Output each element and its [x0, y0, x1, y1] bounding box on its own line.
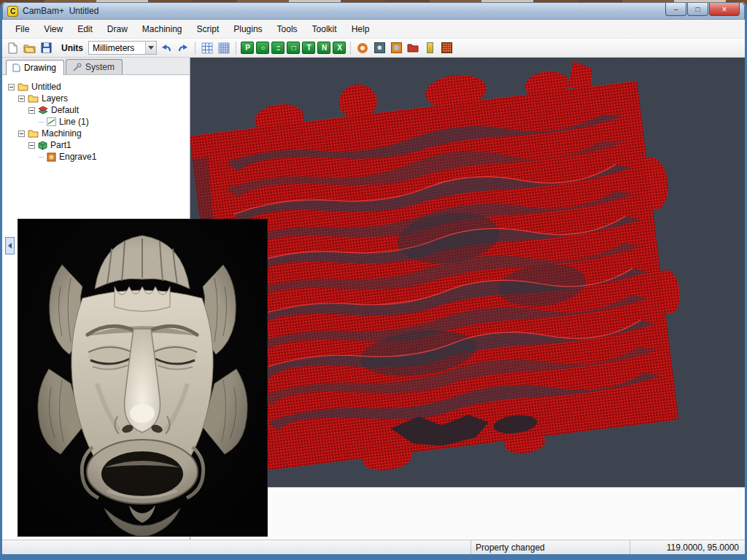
cambam-logo-icon: C	[7, 6, 18, 17]
heightmap-plugin-icon[interactable]	[355, 41, 370, 55]
folder-icon	[28, 129, 39, 138]
texture-plugin-icon[interactable]	[389, 41, 403, 55]
tree-connector	[39, 157, 44, 158]
grid-toggle-icon[interactable]	[200, 41, 214, 55]
tree-node-untitled[interactable]: Untitled	[8, 81, 188, 93]
expander-icon[interactable]	[18, 131, 25, 137]
tree-node-default-layer[interactable]: Default	[28, 104, 188, 116]
expander-icon[interactable]	[18, 96, 25, 102]
tree-node-line[interactable]: Line (1)	[39, 116, 188, 128]
page-icon	[12, 63, 20, 72]
units-label: Units	[61, 43, 83, 53]
library-plugin-icon[interactable]	[406, 41, 420, 55]
tree-node-machining[interactable]: Machining	[18, 128, 188, 139]
wrench-icon	[72, 63, 82, 71]
draw-rectangle-icon[interactable]: □	[287, 42, 300, 54]
titlebar[interactable]: C CamBam+ Untitled – □ ×	[2, 2, 745, 20]
snap-grid-icon[interactable]	[217, 41, 231, 55]
document-tree: Untitled Layers Default Line (1)	[2, 75, 190, 163]
redo-icon[interactable]	[176, 41, 190, 55]
toolbar-separator	[195, 42, 196, 55]
expander-icon[interactable]	[28, 142, 35, 149]
main-area: Drawing System Untitled Layers	[2, 58, 745, 540]
save-icon[interactable]	[39, 41, 53, 55]
collapse-arrow-icon	[8, 243, 12, 249]
toolbar-separator	[350, 42, 351, 55]
menu-view[interactable]: View	[36, 21, 70, 37]
undo-icon[interactable]	[159, 41, 174, 55]
draw-region-icon[interactable]: X	[333, 42, 346, 54]
menu-help[interactable]: Help	[344, 21, 377, 37]
statusbar: Property changed 119.0000, 95.0000	[2, 540, 745, 554]
sidebar-tabstrip: Drawing System	[2, 58, 190, 75]
viewport-lower-margin	[190, 487, 745, 540]
expander-icon[interactable]	[8, 84, 15, 90]
maximize-button[interactable]: □	[687, 3, 708, 16]
tree-connector	[39, 122, 44, 122]
minimize-button[interactable]: –	[665, 3, 686, 16]
statusbar-message: Property changed	[471, 540, 630, 554]
new-file-icon[interactable]	[5, 41, 20, 55]
folder-icon	[18, 82, 28, 91]
draw-surface-icon[interactable]: N	[317, 42, 330, 54]
folder-icon	[28, 94, 39, 103]
polyline-object-icon	[47, 117, 56, 126]
menu-file[interactable]: File	[8, 21, 36, 37]
tab-drawing[interactable]: Drawing	[6, 60, 64, 75]
panel-collapse-button[interactable]	[5, 237, 15, 254]
tab-system-label: System	[85, 62, 115, 72]
draw-circle-icon[interactable]: ○	[256, 42, 269, 54]
draw-polyline-icon[interactable]: P	[241, 42, 254, 54]
toolbar-separator	[236, 42, 236, 55]
menu-draw[interactable]: Draw	[100, 21, 135, 37]
engrave-op-icon	[47, 152, 56, 162]
statusbar-coordinates: 119.0000, 95.0000	[630, 540, 745, 554]
units-select[interactable]: Millimeters	[88, 41, 157, 55]
gargoyle-photo	[18, 219, 267, 536]
menu-toolkit[interactable]: Toolkit	[305, 21, 344, 37]
window-controls: – □ ×	[665, 3, 740, 16]
relief-mesh-render	[190, 58, 745, 487]
statusbar-left-panel	[2, 540, 471, 554]
chip-plugin-icon[interactable]	[372, 41, 387, 55]
viewport-3d[interactable]	[190, 58, 745, 487]
app-window: C CamBam+ Untitled – □ × File View Edit …	[0, 2, 747, 560]
menu-tools[interactable]: Tools	[270, 21, 305, 37]
mesh-plugin-icon[interactable]	[439, 41, 454, 55]
tree-node-layers[interactable]: Layers	[18, 93, 188, 104]
menu-edit[interactable]: Edit	[70, 21, 100, 37]
tab-system[interactable]: System	[66, 59, 123, 74]
battery-plugin-icon[interactable]	[422, 41, 437, 55]
source-image-overlay	[18, 219, 267, 536]
tree-node-part1[interactable]: Part1	[28, 139, 188, 151]
chevron-down-icon[interactable]	[145, 42, 156, 54]
draw-points-icon[interactable]: ::	[271, 42, 285, 54]
draw-text-icon[interactable]: T	[302, 42, 315, 54]
open-file-icon[interactable]	[22, 41, 36, 55]
layer-icon	[38, 106, 48, 115]
menu-script[interactable]: Script	[190, 21, 227, 37]
units-value: Millimeters	[93, 43, 134, 53]
toolbar: Units Millimeters P ○ :: □ T N X	[2, 39, 745, 58]
window-title: CamBam+ Untitled	[23, 6, 98, 16]
menubar: File View Edit Draw Machining Script Plu…	[2, 20, 745, 39]
menu-plugins[interactable]: Plugins	[226, 21, 269, 37]
menu-machining[interactable]: Machining	[135, 21, 190, 37]
close-button[interactable]: ×	[709, 3, 740, 16]
expander-icon[interactable]	[28, 107, 35, 114]
tab-drawing-label: Drawing	[24, 63, 56, 73]
tree-node-engrave1[interactable]: Engrave1	[39, 151, 188, 163]
part-icon	[38, 141, 47, 150]
